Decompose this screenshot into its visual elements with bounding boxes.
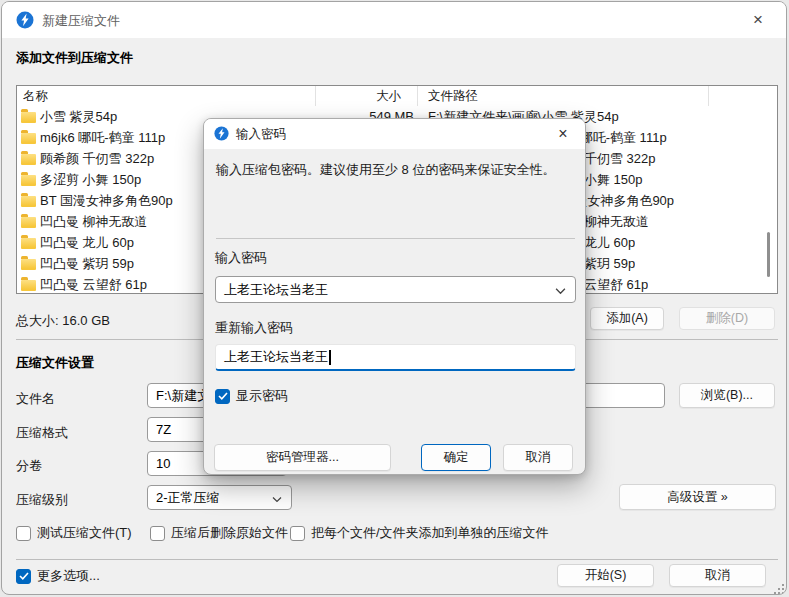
delete-button: 删除(D): [679, 307, 775, 330]
column-header-name[interactable]: 名称: [17, 86, 316, 106]
test-archive-checkbox[interactable]: 测试压缩文件(T): [16, 525, 132, 541]
list-scrollbar[interactable]: [767, 232, 770, 277]
confirm-password-input[interactable]: 上老王论坛当老王: [215, 344, 576, 371]
ok-button[interactable]: 确定: [421, 444, 491, 471]
password-dialog: 输入密码 × 输入压缩包密码。建议使用至少 8 位的密码来保证安全性。 输入密码…: [203, 118, 586, 475]
advanced-settings-button[interactable]: 高级设置 »: [619, 484, 776, 510]
start-button[interactable]: 开始(S): [557, 564, 654, 587]
level-select[interactable]: 2-正常压缩: [147, 485, 292, 510]
folder-icon: [21, 280, 36, 291]
column-header-path[interactable]: 文件路径: [418, 86, 478, 106]
app-icon: [16, 11, 34, 32]
show-password-checkbox[interactable]: 显示密码: [215, 388, 288, 404]
separator: [216, 238, 575, 239]
window-title: 新建压缩文件: [42, 12, 120, 30]
confirm-password-value: 上老王论坛当老王: [224, 348, 328, 366]
confirm-password-label: 重新输入密码: [215, 319, 293, 337]
format-label: 压缩格式: [16, 424, 68, 442]
file-name: 多涩剪 小舞 150p: [40, 171, 141, 189]
checkbox-unchecked-icon[interactable]: [290, 526, 305, 541]
password-manager-button[interactable]: 密码管理器...: [214, 444, 391, 471]
file-list-header: 名称 大小 文件路径: [17, 86, 777, 106]
cancel-button[interactable]: 取消: [669, 564, 766, 587]
delete-original-label: 压缩后删除原始文件: [171, 524, 288, 542]
more-options-checkbox[interactable]: 更多选项...: [16, 568, 100, 584]
filename-label: 文件名: [16, 390, 55, 408]
archive-settings-title: 压缩文件设置: [16, 354, 94, 372]
level-label: 压缩级别: [16, 491, 68, 509]
resize-grip-icon[interactable]: [774, 584, 776, 586]
main-titlebar: 新建压缩文件 ×: [2, 2, 786, 38]
show-password-label: 显示密码: [236, 387, 288, 405]
file-name: 顾希颜 千仞雪 322p: [40, 150, 154, 168]
app-icon: [214, 126, 229, 144]
add-button[interactable]: 添加(A): [590, 307, 664, 330]
dialog-title: 输入密码: [236, 126, 286, 143]
checkbox-checked-icon[interactable]: [16, 569, 31, 584]
separate-archives-checkbox[interactable]: 把每个文件/文件夹添加到单独的压缩文件: [290, 525, 549, 541]
checkbox-checked-icon[interactable]: [215, 389, 230, 404]
dialog-cancel-button[interactable]: 取消: [503, 444, 573, 471]
total-size-text: 总大小: 16.0 GB: [16, 312, 110, 330]
volume-label: 分卷: [16, 457, 42, 475]
folder-icon: [21, 154, 36, 165]
level-select-value: 2-正常压缩: [156, 489, 220, 507]
file-name: m6jk6 哪吒-鹤童 111p: [40, 129, 165, 147]
column-divider: [708, 86, 709, 106]
dialog-description: 输入压缩包密码。建议使用至少 8 位的密码来保证安全性。: [216, 161, 578, 180]
folder-icon: [21, 217, 36, 228]
add-files-section-title: 添加文件到压缩文件: [16, 49, 133, 67]
separate-archives-label: 把每个文件/文件夹添加到单独的压缩文件: [311, 524, 549, 542]
chevron-down-icon[interactable]: [555, 282, 566, 297]
file-name: 凹凸曼 云望舒 61p: [40, 276, 147, 294]
close-icon[interactable]: ×: [738, 5, 778, 34]
password-label: 输入密码: [215, 249, 267, 267]
folder-icon: [21, 175, 36, 186]
file-name: 小雪 紫灵54p: [40, 108, 117, 126]
text-caret: [329, 350, 331, 365]
test-archive-label: 测试压缩文件(T): [37, 524, 132, 542]
password-value: 上老王论坛当老王: [224, 281, 328, 299]
file-name: BT 国漫女神多角色90p: [40, 192, 173, 210]
checkbox-unchecked-icon[interactable]: [150, 526, 165, 541]
folder-icon: [21, 112, 36, 123]
delete-original-checkbox[interactable]: 压缩后删除原始文件: [150, 525, 288, 541]
folder-icon: [21, 196, 36, 207]
separator: [16, 559, 778, 560]
close-icon[interactable]: ×: [546, 121, 580, 147]
checkbox-unchecked-icon[interactable]: [16, 526, 31, 541]
file-name: 凹凸曼 龙儿 60p: [40, 234, 134, 252]
column-header-size[interactable]: 大小: [316, 86, 418, 106]
chevron-down-icon: [272, 490, 282, 505]
folder-icon: [21, 259, 36, 270]
file-name: 凹凸曼 柳神无敌道: [40, 213, 148, 231]
password-combobox[interactable]: 上老王论坛当老王: [215, 276, 576, 303]
file-name: 凹凸曼 紫玥 59p: [40, 255, 134, 273]
folder-icon: [21, 238, 36, 249]
browse-button[interactable]: 浏览(B)...: [679, 383, 775, 408]
more-options-label: 更多选项...: [37, 567, 100, 585]
dialog-titlebar: 输入密码 ×: [204, 119, 585, 149]
folder-icon: [21, 133, 36, 144]
